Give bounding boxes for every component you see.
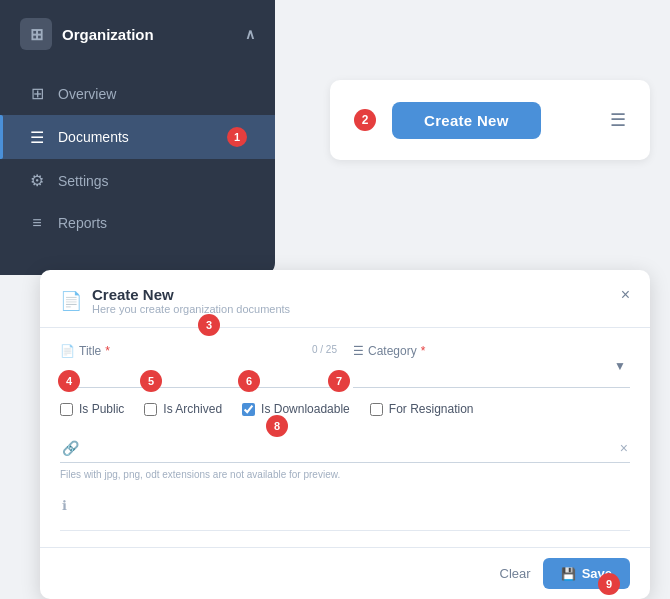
attachment-input[interactable] — [87, 441, 620, 456]
clear-button[interactable]: Clear — [500, 566, 531, 581]
for-resignation-checkbox[interactable]: For Resignation — [370, 402, 474, 416]
sidebar-item-label: Settings — [58, 173, 109, 189]
attachment-hint: Files with jpg, png, odt extensions are … — [60, 469, 630, 480]
main-toolbar: 2 Create New ☰ — [330, 80, 650, 160]
org-label: Organization — [62, 26, 154, 43]
modal-header: 📄 Create New Here you create organizatio… — [40, 270, 650, 328]
documents-icon: ☰ — [28, 128, 46, 147]
is-archived-input[interactable] — [144, 403, 157, 416]
create-new-button[interactable]: Create New — [392, 102, 541, 139]
is-downloadable-checkbox[interactable]: Is Downloadable — [242, 402, 350, 416]
description-icon: ℹ — [62, 498, 67, 513]
sidebar-nav: ⊞ Overview ☰ Documents 1 ⚙ Settings ≡ Re… — [0, 68, 275, 248]
save-icon: 💾 — [561, 567, 576, 581]
chevron-up-icon: ∧ — [245, 26, 255, 42]
category-select[interactable] — [353, 360, 630, 388]
sidebar-item-documents[interactable]: ☰ Documents 1 — [0, 115, 275, 159]
overview-icon: ⊞ — [28, 84, 46, 103]
documents-badge: 1 — [227, 127, 247, 147]
category-icon: ☰ — [353, 344, 364, 358]
is-archived-checkbox[interactable]: Is Archived — [144, 402, 222, 416]
modal-footer: Clear 💾 Save — [40, 547, 650, 599]
is-public-input[interactable] — [60, 403, 73, 416]
sidebar-item-overview[interactable]: ⊞ Overview — [0, 72, 275, 115]
sidebar-item-label: Overview — [58, 86, 116, 102]
attachment-clear-button[interactable]: × — [620, 440, 628, 456]
attachment-row: 🔗 × — [60, 434, 630, 463]
create-new-modal: 3 4 5 6 7 8 9 📄 Create New Here you crea… — [40, 270, 650, 599]
attachment-icon: 🔗 — [62, 440, 79, 456]
modal-title: Create New — [92, 286, 290, 303]
step2-badge: 2 — [354, 109, 376, 131]
category-group: ☰ Category * ▼ — [353, 344, 630, 388]
modal-close-button[interactable]: × — [621, 286, 630, 304]
sidebar-item-label: Reports — [58, 215, 107, 231]
title-category-row: 📄 Title * 0 / 25 ☰ Category * ▼ — [60, 344, 630, 388]
reports-icon: ≡ — [28, 214, 46, 232]
title-input[interactable] — [60, 360, 337, 388]
modal-body: 📄 Title * 0 / 25 ☰ Category * ▼ — [40, 328, 650, 547]
sidebar-item-reports[interactable]: ≡ Reports — [0, 202, 275, 244]
save-button[interactable]: 💾 Save — [543, 558, 630, 589]
sidebar-item-settings[interactable]: ⚙ Settings — [0, 159, 275, 202]
description-row: ℹ — [60, 490, 630, 531]
modal-subtitle: Here you create organization documents — [92, 303, 290, 315]
sidebar-header: ⊞ Organization ∧ — [0, 0, 275, 68]
title-group: 📄 Title * 0 / 25 — [60, 344, 337, 388]
org-icon: ⊞ — [20, 18, 52, 50]
sidebar: ⊞ Organization ∧ ⊞ Overview ☰ Documents … — [0, 0, 275, 275]
is-downloadable-input[interactable] — [242, 403, 255, 416]
modal-title-icon: 📄 — [60, 290, 82, 312]
title-icon: 📄 — [60, 344, 75, 358]
title-label: 📄 Title * — [60, 344, 337, 358]
for-resignation-input[interactable] — [370, 403, 383, 416]
filter-icon[interactable]: ☰ — [610, 109, 626, 131]
description-input[interactable] — [75, 496, 628, 524]
char-count: 0 / 25 — [312, 344, 337, 355]
is-public-checkbox[interactable]: Is Public — [60, 402, 124, 416]
category-label: ☰ Category * — [353, 344, 630, 358]
checkbox-row: Is Public Is Archived Is Downloadable Fo… — [60, 396, 630, 422]
settings-icon: ⚙ — [28, 171, 46, 190]
sidebar-item-label: Documents — [58, 129, 129, 145]
